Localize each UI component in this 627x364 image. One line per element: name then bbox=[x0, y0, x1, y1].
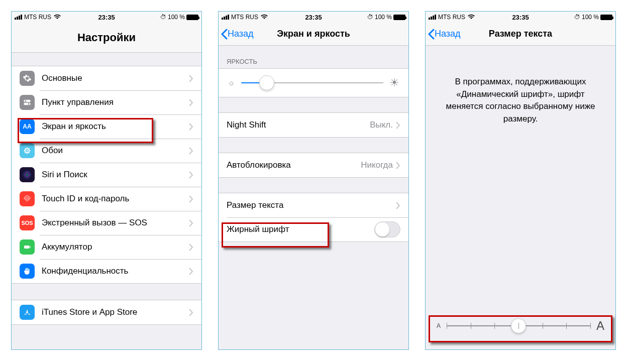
chevron-right-icon bbox=[189, 244, 193, 251]
alarm-icon: ⏱ bbox=[574, 14, 580, 21]
display-brightness-screen: MTS RUS 23:35 ⏱ 100 % Назад Экран и ярко… bbox=[218, 11, 409, 350]
row-label: Экстренный вызов — SOS bbox=[42, 218, 147, 228]
carrier-label: MTS RUS bbox=[231, 14, 258, 21]
svg-point-6 bbox=[26, 152, 28, 154]
svg-rect-16 bbox=[24, 246, 30, 249]
status-time: 23:35 bbox=[305, 14, 322, 21]
settings-row-touch-id[interactable]: Touch ID и код-пароль bbox=[12, 187, 201, 211]
night-shift-group: Night Shift Выкл. bbox=[219, 112, 408, 138]
nav-bar: Назад Размер текста bbox=[426, 23, 615, 46]
chevron-right-icon bbox=[189, 75, 193, 82]
chevron-right-icon bbox=[189, 123, 193, 131]
flower-icon bbox=[20, 143, 35, 158]
settings-row-general[interactable]: Основные bbox=[12, 66, 201, 90]
back-label: Назад bbox=[228, 29, 254, 39]
row-label: Размер текста bbox=[227, 200, 283, 210]
hand-icon bbox=[20, 264, 35, 279]
settings-row-display-brightness[interactable]: AA Экран и яркость bbox=[12, 114, 201, 139]
row-label: Конфиденциальность bbox=[42, 266, 128, 276]
night-shift-row[interactable]: Night Shift Выкл. bbox=[219, 113, 408, 137]
nav-bar: Назад Экран и яркость bbox=[219, 23, 408, 46]
chevron-right-icon bbox=[189, 147, 193, 155]
chevron-right-icon bbox=[189, 99, 193, 106]
slider-track[interactable] bbox=[241, 82, 383, 83]
text-size-row[interactable]: Размер текста bbox=[219, 193, 408, 217]
row-label: Touch ID и код-пароль bbox=[42, 194, 129, 204]
wifi-icon bbox=[260, 14, 268, 21]
chevron-right-icon bbox=[189, 268, 193, 275]
chevron-right-icon bbox=[396, 122, 400, 129]
settings-row-privacy[interactable]: Конфиденциальность bbox=[12, 259, 201, 283]
sun-high-icon: ☀ bbox=[389, 76, 399, 89]
chevron-right-icon bbox=[189, 195, 193, 203]
settings-group-store: iTunes Store и App Store bbox=[12, 300, 201, 325]
signal-icon bbox=[222, 15, 229, 20]
description-text: В программах, поддерживающих «Динамическ… bbox=[426, 46, 615, 126]
carrier-label: MTS RUS bbox=[438, 14, 465, 21]
svg-point-3 bbox=[28, 103, 30, 105]
battery-icon bbox=[186, 15, 198, 20]
battery-percent: 100 % bbox=[168, 14, 185, 21]
chevron-right-icon bbox=[189, 309, 193, 316]
battery-percent: 100 % bbox=[375, 14, 392, 21]
row-label: Обои bbox=[42, 146, 63, 156]
wifi-icon bbox=[53, 14, 61, 21]
row-label: Siri и Поиск bbox=[42, 170, 87, 180]
wifi-icon bbox=[467, 14, 475, 21]
back-button[interactable]: Назад bbox=[219, 29, 254, 40]
large-a-icon: A bbox=[596, 319, 604, 333]
row-label: Жирный шрифт bbox=[227, 224, 289, 234]
settings-row-siri[interactable]: Siri и Поиск bbox=[12, 163, 201, 187]
settings-row-battery[interactable]: Аккумулятор bbox=[12, 235, 201, 259]
settings-row-wallpaper[interactable]: Обои bbox=[12, 139, 201, 163]
page-title: Настройки bbox=[12, 31, 201, 44]
svg-point-2 bbox=[25, 100, 27, 102]
svg-point-7 bbox=[24, 150, 26, 151]
bold-text-row[interactable]: Жирный шрифт bbox=[219, 217, 408, 241]
alarm-icon: ⏱ bbox=[160, 14, 166, 21]
svg-point-5 bbox=[26, 148, 28, 149]
settings-row-control-center[interactable]: Пункт управления bbox=[12, 90, 201, 114]
bold-text-switch[interactable] bbox=[374, 221, 400, 237]
sos-icon: SOS bbox=[20, 215, 35, 230]
signal-icon bbox=[429, 15, 436, 20]
battery-icon bbox=[600, 15, 612, 20]
svg-point-12 bbox=[28, 152, 30, 153]
slider-track[interactable] bbox=[447, 325, 590, 326]
svg-point-11 bbox=[25, 152, 26, 153]
settings-row-appstore[interactable]: iTunes Store и App Store bbox=[12, 300, 201, 324]
brightness-header: ЯРКОСТЬ bbox=[219, 46, 408, 68]
back-button[interactable]: Назад bbox=[426, 29, 461, 40]
battery-row-icon bbox=[20, 239, 35, 255]
fingerprint-icon bbox=[20, 191, 35, 206]
chevron-right-icon bbox=[189, 219, 193, 227]
siri-icon bbox=[20, 167, 35, 182]
battery-icon bbox=[393, 15, 405, 20]
text-size-screen: MTS RUS 23:35 ⏱ 100 % Назад Размер текст… bbox=[425, 11, 616, 350]
text-size-slider[interactable]: A A bbox=[432, 312, 609, 339]
svg-point-14 bbox=[25, 173, 30, 177]
chevron-right-icon bbox=[189, 171, 193, 179]
row-label: iTunes Store и App Store bbox=[42, 307, 137, 317]
autolock-row[interactable]: Автоблокировка Никогда bbox=[219, 153, 408, 177]
row-label: Пункт управления bbox=[42, 97, 114, 107]
sun-low-icon: ☼ bbox=[228, 78, 235, 87]
row-label: Экран и яркость bbox=[42, 122, 106, 132]
svg-rect-1 bbox=[24, 103, 31, 105]
svg-point-10 bbox=[28, 148, 30, 150]
row-label: Основные bbox=[42, 73, 82, 83]
row-value: Выкл. bbox=[370, 120, 393, 130]
svg-rect-17 bbox=[30, 247, 31, 248]
settings-row-sos[interactable]: SOS Экстренный вызов — SOS bbox=[12, 211, 201, 235]
gear-icon bbox=[20, 71, 35, 86]
brightness-slider[interactable]: ☼ ☀ bbox=[219, 69, 408, 97]
settings-screen: MTS RUS 23:35 ⏱ 100 % Настройки Основные… bbox=[11, 11, 202, 350]
chevron-right-icon bbox=[396, 162, 400, 169]
row-label: Аккумулятор bbox=[42, 242, 92, 252]
battery-percent: 100 % bbox=[582, 14, 599, 21]
text-group: Размер текста Жирный шрифт bbox=[219, 193, 408, 242]
svg-point-8 bbox=[29, 150, 30, 151]
slider-thumb[interactable] bbox=[259, 75, 274, 90]
appstore-icon bbox=[20, 305, 35, 320]
svg-point-15 bbox=[26, 174, 29, 176]
